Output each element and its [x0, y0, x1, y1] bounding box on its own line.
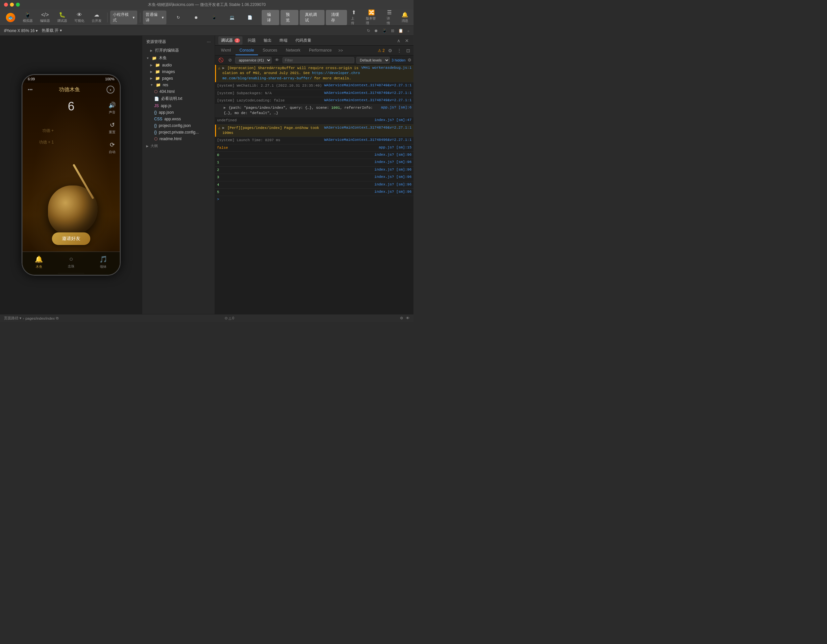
tab-console[interactable]: Console — [236, 46, 258, 55]
status-path[interactable]: 页面路径 ▾ › pages/index/index ⧉ — [4, 316, 59, 321]
simulator-button[interactable]: 📱 模拟器 — [20, 10, 36, 25]
tab-sources[interactable]: Sources — [259, 46, 281, 55]
console-eye-button[interactable]: 👁 — [273, 57, 281, 63]
tab-wxml[interactable]: Wxml — [217, 46, 235, 55]
device-selector[interactable]: iPhone X 85% 16 ▾ — [4, 28, 38, 33]
tablet-button[interactable]: 💻 — [224, 14, 240, 21]
row-5-source[interactable]: index.js? [sm]:96 — [374, 190, 412, 194]
page-icon-copy[interactable]: ⧉ — [56, 316, 59, 320]
perf-expand[interactable]: ▶ — [222, 126, 225, 130]
phone-button[interactable]: 📱 — [206, 14, 222, 21]
project-config-file[interactable]: {} project.config.json — [142, 122, 215, 129]
outline-section[interactable]: ▶ 大纲 — [142, 142, 215, 150]
dock-button[interactable]: ⊡ — [405, 47, 412, 54]
console-settings-icon[interactable]: ⚙ — [407, 58, 412, 62]
maximize-button[interactable] — [16, 3, 20, 6]
tab-debugger[interactable]: 调试器 2 — [218, 36, 242, 45]
cursor-icon[interactable]: ⬦ — [407, 28, 410, 33]
settings-button[interactable]: ⚙ — [387, 47, 394, 54]
minimize-button[interactable] — [10, 3, 14, 6]
console-output[interactable]: ⚠ ▶ [Deprecation] SharedArrayBuffer will… — [215, 65, 414, 314]
phone-tab-muyu[interactable]: 🔔 木鱼 — [35, 255, 43, 269]
console-filter-input[interactable] — [282, 57, 354, 63]
perf-source[interactable]: WAServiceMainContext…31748749&v=2.27.1:1 — [324, 126, 412, 129]
console-context-select[interactable]: appservice (#1) — [235, 57, 272, 64]
screenshot-icon[interactable]: 📋 — [398, 28, 403, 33]
pages-folder[interactable]: ▶ 📁 pages — [142, 75, 215, 82]
tab-performance[interactable]: Performance — [305, 46, 336, 55]
visual-button[interactable]: 👁 可视化 — [72, 11, 87, 25]
wechatlib-source[interactable]: WAServiceMainContext…31748749&v=2.27.1:1 — [324, 83, 412, 87]
real-debug-button[interactable]: 真机调试 — [300, 10, 325, 25]
wooden-fish[interactable] — [48, 185, 98, 235]
settings-status-icon[interactable]: ⚙ — [400, 316, 403, 320]
undefined-source[interactable]: index.js? [sm]:47 — [374, 118, 412, 122]
clear-cache-button[interactable]: 清缓存 — [326, 10, 347, 25]
readme-html-file[interactable]: ⬡ readme.html — [142, 135, 215, 142]
cloud-button[interactable]: ☁ 云开发 — [89, 10, 105, 25]
row-4-source[interactable]: index.js? [sm]:96 — [374, 182, 412, 187]
404-html-file[interactable]: ⬡ 404.html — [142, 88, 215, 95]
refresh-button[interactable]: ↻ — [170, 14, 186, 21]
page-button[interactable]: 📄 — [242, 14, 258, 21]
row-3-source[interactable]: index.js? [sm]:96 — [374, 175, 412, 179]
sound-control[interactable]: 🔊 声音 — [109, 101, 116, 115]
subpackages-source[interactable]: WAServiceMainContext…31748749&v=2.27.1:1 — [324, 91, 412, 95]
root-folder[interactable]: ▼ 📁 木鱼 — [142, 54, 215, 62]
message-button[interactable]: 🔔 消息 — [399, 10, 411, 25]
console-filter-toggle[interactable]: ⊘ — [227, 57, 233, 63]
editor-button[interactable]: </> 编辑器 — [37, 11, 53, 25]
tab-code-quality[interactable]: 代码质量 — [293, 36, 314, 45]
debugger-button[interactable]: 🐛 调试器 — [54, 10, 70, 25]
tab-output[interactable]: 输出 — [261, 36, 274, 45]
phone-tab-songbo[interactable]: 🎵 颂钵 — [99, 255, 108, 269]
phone-tab-nianzhu[interactable]: ○ 念珠 — [68, 255, 75, 269]
devtools-expand-button[interactable]: ∧ — [396, 37, 402, 44]
row-1-source[interactable]: index.js? [sm]:96 — [374, 160, 412, 164]
hidden-count[interactable]: 3 hidden — [392, 58, 406, 62]
console-clear-button[interactable]: 🚫 — [217, 57, 225, 63]
refresh-device-icon[interactable]: ↻ — [367, 28, 370, 33]
reset-control[interactable]: ↺ 重置 — [109, 121, 116, 135]
console-prompt[interactable]: > — [215, 196, 414, 203]
invite-friend-button[interactable]: 邀请好友 — [52, 232, 90, 245]
row-2-source[interactable]: index.js? [sm]:96 — [374, 168, 412, 171]
project-private-file[interactable]: {} project.private.config... — [142, 129, 215, 135]
path-expand[interactable]: ▶ — [224, 106, 226, 110]
phone-header-dots[interactable]: ••• — [28, 87, 33, 92]
file-panel-more-icon[interactable]: ⋯ — [207, 40, 211, 44]
lazycodeloading-source[interactable]: WAServiceMainContext…31748749&v=2.27.1:1 — [324, 98, 412, 102]
close-button[interactable] — [4, 3, 8, 6]
mode-dropdown[interactable]: 小程序模式 ▾ — [110, 11, 137, 25]
tab-issues[interactable]: 问题 — [245, 36, 258, 45]
tab-terminal[interactable]: 终端 — [277, 36, 290, 45]
app-json-file[interactable]: {} app.json — [142, 109, 215, 116]
stop-button[interactable]: ⏺ — [188, 14, 204, 21]
upload-button[interactable]: ⬆ 上传 — [348, 8, 359, 27]
phone-frame-icon[interactable]: 📱 — [382, 28, 387, 33]
path-source[interactable]: app.js? [sm]:6 — [381, 106, 412, 109]
compile-button[interactable]: 编译 — [262, 10, 279, 25]
console-level-select[interactable]: Default levels — [356, 57, 390, 64]
more-options-button[interactable]: ⋮ — [396, 47, 403, 54]
tab-network[interactable]: Network — [282, 46, 304, 55]
readme-txt-file[interactable]: 📄 必看说明.txt — [142, 95, 215, 103]
avatar-button[interactable]: 🐟 — [3, 12, 19, 23]
deprecation-source[interactable]: VM41 workerasdebug.js:1 — [361, 66, 412, 70]
auto-control[interactable]: ⟳ 自动 — [109, 141, 116, 154]
split-icon[interactable]: ⊞ — [391, 28, 394, 33]
tab-more-button[interactable]: >> — [336, 46, 345, 55]
version-button[interactable]: 🔀 版本管理 — [363, 8, 380, 27]
phone-record-button[interactable]: ● — [106, 86, 114, 93]
images-folder[interactable]: ▶ 📁 images — [142, 68, 215, 75]
devtools-close-button[interactable]: ✕ — [404, 37, 410, 44]
false-source[interactable]: app.js? [sm]:15 — [379, 145, 412, 149]
compile-mode-dropdown[interactable]: 普通编译 ▾ — [143, 11, 166, 25]
app-wxss-file[interactable]: CSS app.wxss — [142, 116, 215, 122]
app-js-file[interactable]: JS app.js — [142, 103, 215, 109]
expand-arrow-1[interactable]: ▶ — [222, 66, 225, 70]
preview-button[interactable]: 预览 — [281, 10, 298, 25]
audio-folder[interactable]: ▶ 📁 audio — [142, 62, 215, 68]
eye-status-icon[interactable]: 👁 — [406, 316, 410, 320]
open-editors-section[interactable]: ▶ 打开的编辑器 — [142, 47, 215, 54]
